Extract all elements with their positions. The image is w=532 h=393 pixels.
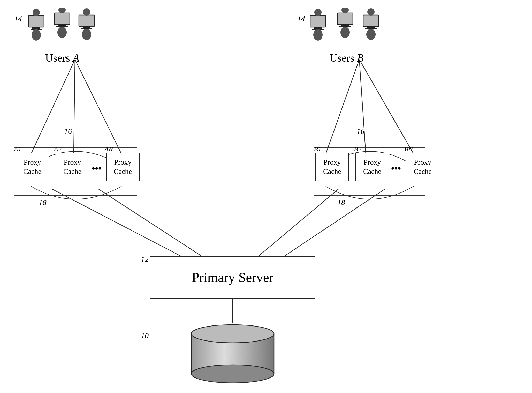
svg-point-37 (341, 8, 349, 13)
svg-line-3 (326, 60, 359, 154)
svg-point-41 (366, 29, 376, 40)
proxy-a1-id: A1 (14, 145, 21, 154)
proxy-b2-line2: Cache (363, 167, 381, 176)
svg-rect-33 (337, 13, 353, 25)
svg-rect-39 (367, 27, 375, 28)
ref-12: 12 (141, 255, 149, 264)
users-b-icon (308, 8, 383, 42)
proxy-b1-line1: Proxy (324, 158, 341, 167)
svg-point-45 (191, 365, 274, 383)
svg-rect-23 (79, 15, 94, 27)
proxy-bn-line1: Proxy (414, 158, 431, 167)
svg-line-1 (74, 60, 75, 154)
svg-point-16 (32, 29, 41, 41)
proxy-b1: B1 Proxy Cache (315, 153, 349, 181)
svg-point-22 (58, 8, 66, 13)
proxy-bn-line2: Cache (414, 167, 432, 176)
proxy-a2: A2 Proxy Cache (56, 153, 89, 181)
svg-rect-14 (32, 27, 40, 29)
proxy-an: AN Proxy Cache (106, 153, 140, 181)
proxy-a2-id: A2 (54, 145, 62, 154)
users-a-icon (26, 8, 98, 42)
svg-point-26 (82, 29, 91, 40)
users-b-label: Users B (330, 52, 364, 64)
proxy-b2-line1: Proxy (364, 158, 381, 167)
svg-point-36 (340, 27, 350, 38)
svg-point-27 (83, 8, 90, 16)
svg-rect-29 (314, 27, 322, 29)
ref-18a: 18 (39, 198, 47, 207)
svg-rect-34 (341, 25, 349, 26)
ref-16b: 16 (357, 127, 364, 136)
svg-rect-28 (310, 16, 326, 27)
primary-server-label: Primary Server (192, 270, 273, 285)
svg-line-2 (75, 60, 121, 154)
svg-point-44 (191, 325, 274, 343)
proxy-a1-line2: Cache (23, 167, 41, 176)
proxy-a1: A1 Proxy Cache (16, 153, 49, 181)
proxy-a2-line2: Cache (63, 167, 81, 176)
svg-point-21 (57, 27, 67, 38)
svg-line-7 (98, 189, 202, 256)
users-a-label: Users A (45, 52, 79, 64)
proxy-an-line2: Cache (114, 167, 132, 176)
ref-10: 10 (141, 331, 149, 340)
svg-line-4 (359, 60, 366, 154)
ref-18b: 18 (337, 198, 345, 207)
proxy-an-line1: Proxy (114, 158, 132, 167)
svg-point-17 (33, 9, 40, 16)
svg-line-5 (359, 60, 414, 154)
ellipsis-b: ••• (391, 163, 401, 174)
svg-rect-18 (54, 13, 70, 25)
svg-rect-38 (363, 15, 379, 27)
proxy-bn: BN Proxy Cache (406, 153, 439, 181)
svg-rect-19 (58, 25, 66, 26)
svg-point-31 (313, 29, 323, 41)
svg-rect-24 (83, 27, 90, 28)
ref-14a: 14 (14, 14, 22, 23)
proxy-b2: B2 Proxy Cache (355, 153, 389, 181)
database-cylinder (181, 323, 284, 384)
proxy-a2-line1: Proxy (64, 158, 81, 167)
svg-line-0 (31, 60, 75, 154)
primary-server-box: Primary Server (150, 256, 315, 299)
proxy-b2-id: B2 (354, 145, 361, 154)
svg-rect-13 (28, 16, 44, 27)
proxy-b1-line2: Cache (323, 167, 341, 176)
svg-point-32 (314, 9, 322, 16)
proxy-an-id: AN (104, 145, 113, 154)
svg-line-8 (259, 189, 339, 256)
ellipsis-a: ••• (92, 163, 102, 174)
proxy-bn-id: BN (404, 145, 413, 154)
diagram-container: 14 Users A 14 (0, 0, 532, 393)
proxy-b1-id: B1 (314, 145, 321, 154)
proxy-a1-line1: Proxy (24, 158, 41, 167)
svg-line-9 (284, 189, 385, 256)
svg-line-6 (52, 189, 181, 256)
ref-16a: 16 (64, 127, 72, 136)
ref-14b: 14 (297, 14, 305, 23)
svg-point-42 (367, 8, 375, 16)
